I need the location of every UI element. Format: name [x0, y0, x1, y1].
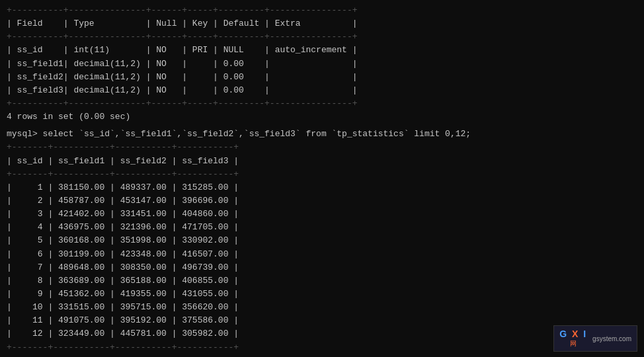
- result-row-3: | 3 | 421402.00 | 331451.00 | 404860.00 …: [7, 208, 637, 221]
- result-sep-top: +-------+-----------+-----------+-------…: [7, 141, 637, 154]
- desc-separator-bot: +----------+---------------+------+-----…: [7, 97, 637, 110]
- rows-summary-2: 12 rows in set (0.00 sec): [7, 354, 637, 357]
- result-row-6: | 6 | 301199.00 | 423348.00 | 416507.00 …: [7, 248, 637, 261]
- result-row-11: | 11 | 491075.00 | 395192.00 | 375586.00…: [7, 314, 637, 327]
- result-row-9: | 9 | 451362.00 | 419355.00 | 431055.00 …: [7, 288, 637, 301]
- result-row-8: | 8 | 363689.00 | 365188.00 | 406855.00 …: [7, 274, 637, 288]
- result-row-1: | 1 | 381150.00 | 489337.00 | 315285.00 …: [7, 181, 637, 194]
- query-line: mysql> select `ss_id`,`ss_field1`,`ss_fi…: [7, 128, 637, 141]
- desc-row-field3: | ss_field3| decimal(11,2) | NO | | 0.00…: [7, 84, 637, 97]
- result-sep-bot: +-------+-----------+-----------+-------…: [7, 341, 637, 354]
- watermark-gxi-text: G X I: [559, 329, 587, 339]
- desc-separator-top: +----------+---------------+------+-----…: [7, 4, 637, 17]
- watermark-domain-section: gsystem.com: [592, 335, 631, 342]
- desc-row-ssid: | ss_id | int(11) | NO | PRI | NULL | au…: [7, 44, 637, 57]
- watermark: G X I 网 gsystem.com: [553, 325, 637, 352]
- desc-row-field2: | ss_field2| decimal(11,2) | NO | | 0.00…: [7, 71, 637, 84]
- result-header: | ss_id | ss_field1 | ss_field2 | ss_fie…: [7, 155, 637, 168]
- result-table-section: +-------+-----------+-----------+-------…: [7, 141, 637, 354]
- result-row-4: | 4 | 436975.00 | 321396.00 | 471705.00 …: [7, 221, 637, 234]
- watermark-domain: gsystem.com: [592, 335, 631, 342]
- result-row-2: | 2 | 458787.00 | 453147.00 | 396696.00 …: [7, 194, 637, 208]
- desc-table-section: +----------+---------------+------+-----…: [7, 4, 637, 110]
- desc-row-field1: | ss_field1| decimal(11,2) | NO | | 0.00…: [7, 58, 637, 71]
- rows-summary-1: 4 rows in set (0.00 sec): [7, 110, 637, 124]
- result-row-5: | 5 | 360168.00 | 351998.00 | 330902.00 …: [7, 234, 637, 247]
- watermark-logo: G X I 网: [559, 329, 587, 348]
- watermark-net-text: 网: [570, 339, 577, 348]
- terminal: +----------+---------------+------+-----…: [0, 0, 644, 357]
- result-row-12: | 12 | 323449.00 | 445781.00 | 305982.00…: [7, 327, 637, 340]
- desc-header: | Field | Type | Null | Key | Default | …: [7, 17, 637, 30]
- result-row-7: | 7 | 489648.00 | 308350.00 | 496739.00 …: [7, 261, 637, 274]
- desc-separator-mid: +----------+---------------+------+-----…: [7, 30, 637, 44]
- result-sep-mid: +-------+-----------+-----------+-------…: [7, 168, 637, 181]
- result-row-10: | 10 | 331515.00 | 395715.00 | 356620.00…: [7, 301, 637, 314]
